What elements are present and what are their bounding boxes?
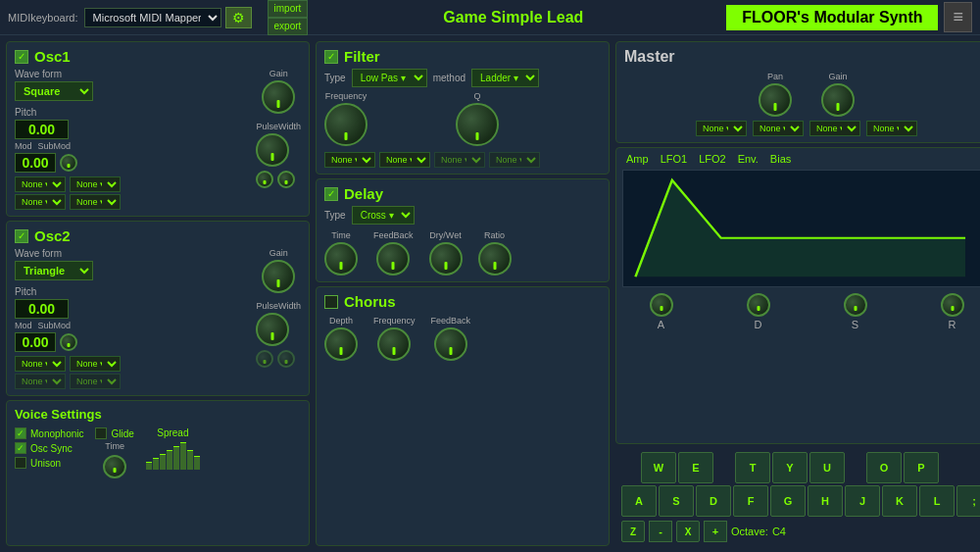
filter-enable-checkbox[interactable]: ✓: [324, 50, 338, 64]
filter-mod2[interactable]: None ▾: [379, 152, 430, 168]
monophonic-checkbox[interactable]: ✓: [15, 427, 26, 439]
key-p[interactable]: P: [904, 452, 939, 483]
osc2-mod-knob[interactable]: [60, 333, 77, 351]
tab-env[interactable]: Env.: [734, 152, 762, 166]
adsr-r-group: R: [941, 293, 964, 330]
osc2-mod-select4[interactable]: None ▾: [70, 374, 121, 389]
key-x[interactable]: X: [676, 521, 700, 542]
midi-device-select[interactable]: Microsoft MIDI Mapper: [84, 8, 221, 27]
key-t[interactable]: T: [735, 452, 770, 483]
osc1-pulsewidth-knob[interactable]: [256, 133, 289, 167]
unison-checkbox[interactable]: [15, 457, 26, 469]
delay-feedback-knob[interactable]: [376, 242, 410, 276]
key-y[interactable]: Y: [772, 452, 808, 483]
key-d[interactable]: D: [696, 485, 731, 517]
key-w[interactable]: W: [641, 452, 676, 483]
voice-options: ✓ Monophonic ✓ Osc Sync Unison: [15, 427, 301, 478]
tab-bias[interactable]: Bias: [766, 152, 795, 166]
key-g[interactable]: G: [770, 485, 806, 517]
osc-sync-checkbox[interactable]: ✓: [15, 442, 26, 454]
osc2-gain-label: Gain: [270, 248, 288, 258]
delay-ratio-knob[interactable]: [478, 242, 512, 276]
keyboard-top-row: W E T Y U O P: [621, 452, 980, 483]
osc2-pw-knob2[interactable]: [256, 350, 273, 368]
filter-method-label: method: [433, 73, 466, 83]
spread-bar-2: [153, 458, 159, 470]
delay-drywet-knob[interactable]: [429, 242, 463, 276]
chorus-enable-checkbox[interactable]: [324, 295, 338, 309]
key-z[interactable]: Z: [621, 521, 645, 542]
master-mod2[interactable]: None ▾: [753, 121, 804, 136]
tab-lfo1[interactable]: LFO1: [657, 152, 692, 166]
osc2-pulsewidth-knob[interactable]: [256, 313, 289, 346]
delay-enable-checkbox[interactable]: ✓: [324, 187, 338, 201]
chorus-feedback-knob[interactable]: [434, 327, 467, 361]
tab-amp[interactable]: Amp: [622, 152, 653, 166]
key-s[interactable]: S: [659, 485, 694, 517]
key-h[interactable]: H: [808, 485, 843, 517]
glide-time-knob[interactable]: [103, 455, 126, 478]
master-pan-knob[interactable]: [759, 83, 792, 117]
osc1-pw-knob2[interactable]: [256, 171, 273, 188]
osc2-mod-select1[interactable]: None ▾: [15, 356, 66, 372]
chorus-depth-knob[interactable]: [324, 327, 358, 361]
key-l[interactable]: L: [919, 485, 955, 517]
chorus-freq-knob[interactable]: [377, 327, 411, 361]
adsr-r-knob[interactable]: [941, 293, 964, 317]
osc1-gain-knob[interactable]: [262, 80, 295, 114]
osc1-enable-checkbox[interactable]: ✓: [15, 50, 28, 64]
osc1-mod-select3[interactable]: None ▾: [15, 194, 66, 210]
filter-mod4[interactable]: None ▾: [489, 152, 540, 168]
key-e[interactable]: E: [678, 452, 713, 483]
filter-freq-knob[interactable]: [324, 103, 368, 146]
delay-time-knob[interactable]: [324, 242, 358, 276]
delay-type-select[interactable]: Cross ▾: [352, 206, 415, 225]
osc2-mod-select3[interactable]: None ▾: [15, 374, 66, 389]
osc2-pw-knob3[interactable]: [277, 350, 295, 368]
osc1-mod-select2[interactable]: None ▾: [70, 176, 121, 192]
osc2-mod-select2[interactable]: None ▾: [70, 356, 121, 372]
osc1-mod-knob[interactable]: [60, 154, 77, 172]
master-title: Master: [624, 48, 980, 66]
key-o[interactable]: O: [866, 452, 902, 483]
adsr-s-knob[interactable]: [844, 293, 867, 317]
osc2-gain-knob[interactable]: [262, 260, 295, 293]
key-j[interactable]: J: [845, 485, 880, 517]
osc2-enable-checkbox[interactable]: ✓: [15, 229, 28, 243]
master-mod4[interactable]: None ▾: [866, 121, 917, 136]
key-k[interactable]: K: [882, 485, 917, 517]
key-f[interactable]: F: [733, 485, 768, 517]
midi-label: MIDIkeyboard:: [8, 12, 78, 24]
filter-method-select[interactable]: Ladder ▾: [471, 69, 539, 87]
master-gain-knob[interactable]: [821, 83, 855, 117]
tab-lfo2[interactable]: LFO2: [695, 152, 730, 166]
osc1-mod-select1[interactable]: None ▾: [15, 176, 66, 192]
adsr-a-knob[interactable]: [650, 293, 673, 317]
key-u[interactable]: U: [809, 452, 845, 483]
settings-button[interactable]: ⚙: [225, 7, 252, 28]
adsr-a-group: A: [650, 293, 673, 330]
key-a[interactable]: A: [621, 485, 657, 517]
adsr-d-knob[interactable]: [747, 293, 770, 317]
osc1-gain-group: Gain: [262, 69, 295, 114]
export-button[interactable]: export: [268, 18, 309, 35]
osc1-main-row: Wave form Square Pitch 0.00 Mod SubMod 0…: [15, 69, 301, 210]
key-semicolon[interactable]: ;: [956, 485, 980, 517]
import-button[interactable]: import: [268, 0, 309, 18]
master-mod1[interactable]: None ▾: [696, 121, 747, 136]
delay-type-row: Type Cross ▾: [324, 206, 601, 225]
osc1-pw-knob3[interactable]: [277, 171, 295, 188]
osc2-waveform-select[interactable]: Triangle: [15, 261, 93, 280]
glide-checkbox[interactable]: [95, 427, 107, 439]
osc1-waveform-select[interactable]: Square: [15, 81, 93, 101]
octave-down-btn[interactable]: -: [649, 521, 672, 542]
filter-type-select[interactable]: Low Pas ▾: [352, 69, 427, 87]
osc1-mod-select4[interactable]: None ▾: [70, 194, 121, 210]
octave-up-btn[interactable]: +: [704, 521, 727, 542]
filter-q-knob[interactable]: [456, 103, 499, 146]
delay-knob-row: Time FeedBack Dry/Wet Ratio: [324, 230, 601, 276]
filter-mod1[interactable]: None ▾: [324, 152, 375, 168]
delay-time-group: Time: [324, 230, 358, 276]
master-mod3[interactable]: None ▾: [809, 121, 860, 136]
filter-mod3[interactable]: None ▾: [434, 152, 485, 168]
